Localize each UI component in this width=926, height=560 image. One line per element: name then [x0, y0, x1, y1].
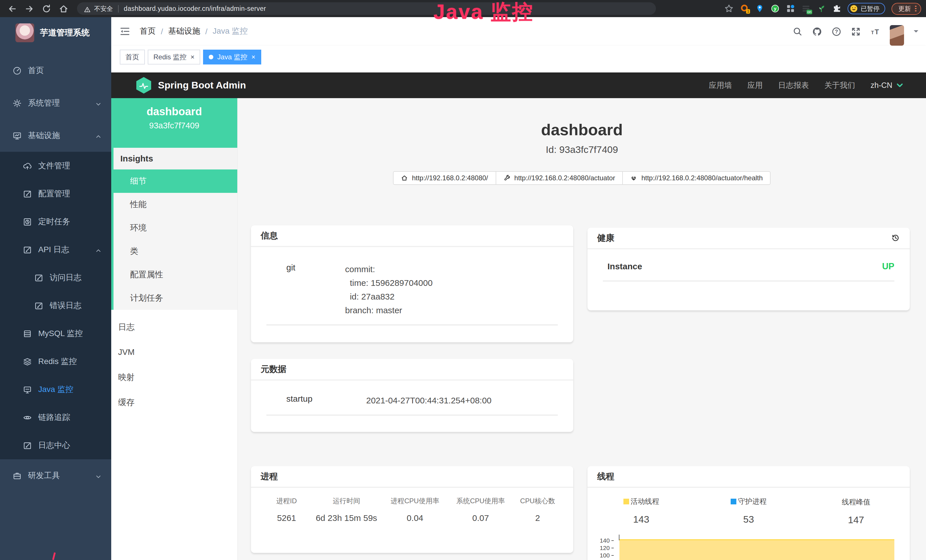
- paused-profile-chip[interactable]: 已暂停: [847, 3, 885, 14]
- sba-item-scheduled[interactable]: 计划任务: [111, 286, 237, 310]
- browser-update-button[interactable]: 更新: [891, 3, 921, 15]
- sidebar-item-access-log[interactable]: 访问日志: [0, 263, 111, 292]
- help-icon[interactable]: ?: [831, 27, 841, 36]
- sidebar-item-infra[interactable]: 基础设施: [0, 119, 111, 152]
- browser-home-icon[interactable]: [59, 4, 68, 14]
- tab-label: Java 监控: [217, 52, 247, 62]
- thread-stats: 活动线程 143 守护进程 53 线程峰值: [587, 496, 910, 526]
- sidebar-collapse-icon[interactable]: [120, 26, 130, 36]
- sba-item-details[interactable]: 细节: [111, 170, 237, 193]
- sidebar-item-system[interactable]: 系统管理: [0, 87, 111, 119]
- sidebar-spacer: [111, 310, 237, 314]
- svg-text:?: ?: [834, 29, 838, 34]
- browser-forward-icon[interactable]: [24, 4, 34, 14]
- sidebar-item-label: 访问日志: [50, 272, 82, 283]
- address-bar[interactable]: 不安全 dashboard.yudao.iocoder.cn/infra/adm…: [77, 2, 656, 15]
- fullscreen-icon[interactable]: [851, 27, 860, 36]
- metadata-card: 元数据 startup 2021-04-27T00:44:31.254+08:0…: [251, 359, 573, 432]
- sidebar-item-job[interactable]: 定时任务: [0, 208, 111, 236]
- sba-nav-about[interactable]: 关于我们: [824, 80, 855, 91]
- sba-item-classes[interactable]: 类: [111, 240, 237, 263]
- sba-nav-journal[interactable]: 日志报表: [778, 80, 809, 91]
- app-shell: 芋道管理系统 首页 系统管理 基础设施: [0, 17, 926, 560]
- instance-header[interactable]: dashboard 93a3fc7f7409: [111, 98, 237, 148]
- process-header-process-cpu: 进程CPU使用率: [382, 496, 448, 507]
- sidebar-item-redis[interactable]: Redis 监控: [0, 348, 111, 375]
- search-icon[interactable]: [793, 27, 802, 36]
- extension-switch-on-icon[interactable]: on: [801, 4, 811, 13]
- threads-card-title: 线程: [587, 466, 910, 488]
- sba-item-logs[interactable]: 日志: [111, 314, 237, 339]
- metadata-card-title: 元数据: [251, 359, 573, 381]
- sidebar-item-java[interactable]: Java 监控: [0, 375, 111, 403]
- info-card: 信息 git commit: time: 1596289704000 id: 2…: [251, 226, 573, 342]
- bookmark-star-icon[interactable]: [724, 4, 734, 13]
- browser-reload-icon[interactable]: [42, 4, 51, 14]
- tab-java[interactable]: Java 监控 ×: [203, 50, 261, 65]
- sidebar-item-api-log[interactable]: API 日志: [0, 236, 111, 263]
- sba-item-mappings[interactable]: 映射: [111, 365, 237, 390]
- extension-pin-icon[interactable]: [755, 4, 764, 13]
- sba-group-insights: Insights: [111, 148, 237, 170]
- font-size-icon[interactable]: TT: [870, 27, 880, 36]
- sba-item-jvm[interactable]: JVM: [111, 339, 237, 365]
- user-avatar[interactable]: [890, 25, 904, 45]
- breadcrumb-infra[interactable]: 基础设施: [168, 26, 200, 36]
- tab-close-icon[interactable]: ×: [191, 54, 195, 61]
- history-icon[interactable]: [891, 233, 900, 242]
- github-icon[interactable]: [812, 27, 822, 36]
- sba-item-env[interactable]: 环境: [111, 216, 237, 240]
- process-card-title: 进程: [251, 466, 573, 488]
- infra-submenu: 文件管理 配置管理 定时任务 API 日志: [0, 152, 111, 459]
- sba-item-config-props[interactable]: 配置属性: [111, 263, 237, 286]
- health-url-button[interactable]: http://192.168.0.2:48080/actuator/health: [623, 171, 771, 185]
- log-edit-icon: [34, 301, 43, 310]
- process-header-pid: 进程ID: [262, 496, 311, 507]
- sidebar-item-error-log[interactable]: 错误日志: [0, 292, 111, 319]
- app-logo-row[interactable]: 芋道管理系统: [0, 17, 111, 48]
- sba-nav-wall[interactable]: 应用墙: [709, 80, 732, 91]
- stat-value: 53: [695, 514, 802, 525]
- sidebar-item-label: 首页: [28, 65, 44, 76]
- sba-header: Spring Boot Admin 应用墙 应用 日志报表 关于我们 zh-CN: [111, 73, 926, 98]
- tab-redis[interactable]: Redis 监控 ×: [148, 50, 200, 65]
- git-commit-line: commit:: [345, 262, 433, 276]
- sidebar-item-trace[interactable]: 链路追踪: [0, 403, 111, 431]
- sidebar-item-label: API 日志: [38, 244, 69, 255]
- tab-home[interactable]: 首页: [120, 50, 145, 65]
- sidebar-item-config[interactable]: 配置管理: [0, 180, 111, 208]
- info-card-title: 信息: [251, 226, 573, 247]
- extension-sprout-icon[interactable]: [817, 4, 826, 13]
- service-url-button[interactable]: http://192.168.0.2:48080/: [393, 171, 496, 185]
- y-axis-tick: 120: [595, 544, 614, 551]
- sidebar-item-file[interactable]: 文件管理: [0, 152, 111, 180]
- y-axis-tick: 140: [595, 537, 614, 544]
- layers-stack-icon: [23, 357, 32, 366]
- cloud-upload-icon: [23, 161, 32, 170]
- extension-y-icon[interactable]: y: [770, 4, 780, 13]
- tab-close-icon[interactable]: ×: [251, 54, 255, 61]
- extensions-puzzle-icon[interactable]: [832, 4, 841, 13]
- sba-item-metrics[interactable]: 性能: [111, 193, 237, 216]
- extension-grid-icon[interactable]: [786, 4, 795, 13]
- sba-item-caches[interactable]: 缓存: [111, 390, 237, 415]
- sidebar-item-devtools[interactable]: 研发工具: [0, 459, 111, 492]
- process-value-process-cpu: 0.04: [382, 507, 448, 523]
- breadcrumb-home[interactable]: 首页: [140, 26, 156, 36]
- sba-language-value: zh-CN: [870, 81, 892, 89]
- browser-back-icon[interactable]: [8, 4, 17, 14]
- process-value-system-cpu: 0.07: [448, 507, 513, 523]
- sidebar-item-mysql[interactable]: MySQL 监控: [0, 319, 111, 348]
- instance-id: 93a3fc7f7409: [111, 121, 237, 130]
- actuator-url-button[interactable]: http://192.168.0.2:48080/actuator: [495, 171, 623, 185]
- sidebar-item-home[interactable]: 首页: [0, 54, 111, 87]
- sidebar-item-log-center[interactable]: 日志中心: [0, 431, 111, 459]
- monitor-chart-icon: [12, 131, 22, 140]
- sba-nav-applications[interactable]: 应用: [747, 80, 763, 91]
- sba-language-select[interactable]: zh-CN: [870, 81, 903, 89]
- process-header-uptime: 运行时间: [311, 496, 382, 507]
- extension-colorzilla-icon[interactable]: 1: [740, 4, 749, 13]
- avatar-caret-icon[interactable]: [914, 30, 918, 35]
- admin-sidebar: 芋道管理系统 首页 系统管理 基础设施: [0, 17, 111, 560]
- active-tab-dot: [209, 55, 213, 59]
